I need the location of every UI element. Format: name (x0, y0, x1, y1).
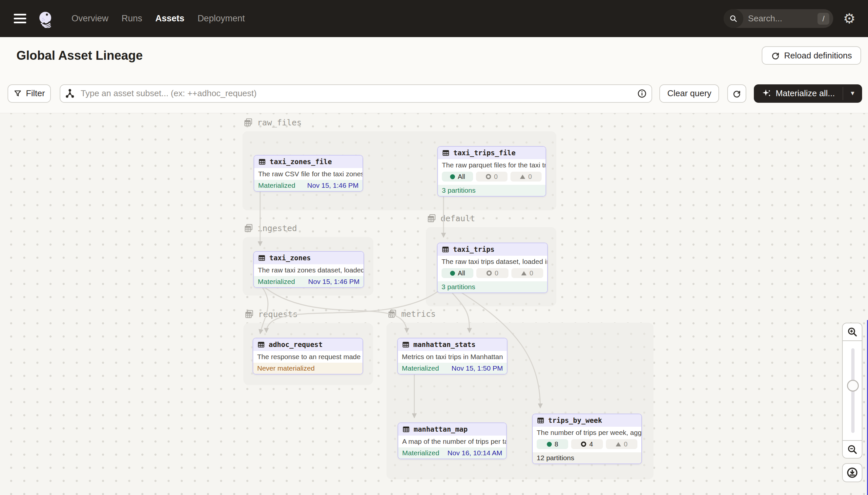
asset-node-trips_by_week[interactable]: trips_by_weekThe number of trips per wee… (532, 414, 642, 464)
partition-badge: 0 (511, 268, 543, 278)
status-text: Materialized (402, 449, 439, 457)
download-image-button[interactable] (842, 463, 863, 482)
materialized-dot-icon (450, 271, 455, 276)
materialization-timestamp: Nov 16, 10:14 AM (447, 449, 502, 457)
nav-item-runs[interactable]: Runs (122, 14, 142, 24)
partition-badge: 4 (571, 439, 603, 449)
zoom-out-icon (847, 444, 858, 455)
asset-node-manhattan_stats[interactable]: manhattan_statsMetrics on taxi trips in … (397, 338, 508, 375)
node-description: The raw CSV file for the taxi zones dat.… (254, 168, 362, 180)
materialized-dot-icon (547, 442, 552, 447)
asset-node-taxi_trips[interactable]: taxi_tripsThe raw taxi trips dataset, lo… (437, 243, 548, 293)
zoom-out-button[interactable] (842, 440, 863, 459)
missing-triangle-icon (520, 175, 525, 179)
status-text: Materialized (258, 278, 295, 286)
nav-links: Overview Runs Assets Deployment (72, 14, 245, 24)
node-title: taxi_trips_file (453, 149, 516, 157)
node-description: The raw taxi zones dataset, loaded int..… (254, 264, 364, 276)
failed-ring-icon (486, 174, 491, 179)
materialization-timestamp: Nov 15, 1:50 PM (452, 364, 503, 372)
node-description: Metrics on taxi trips in Manhattan (398, 351, 507, 363)
node-header: manhattan_stats (398, 338, 507, 351)
partition-badge: All (442, 172, 473, 182)
node-title: taxi_zones_file (270, 158, 332, 166)
materialization-timestamp: Nov 15, 1:46 PM (307, 182, 358, 189)
asset-node-manhattan_map[interactable]: manhattan_mapA map of the number of trip… (397, 423, 507, 459)
zoom-in-button[interactable] (842, 323, 863, 341)
refresh-icon (771, 51, 780, 60)
partition-badge: 0 (476, 172, 507, 182)
filter-button[interactable]: Filter (7, 84, 51, 103)
page-title: Global Asset Lineage (16, 49, 143, 63)
search-bar[interactable]: / (724, 9, 833, 28)
nodes-layer: taxi_zones_fileThe raw CSV file for the … (0, 113, 868, 495)
partition-badge: 8 (537, 439, 568, 449)
nav-item-assets[interactable]: Assets (156, 14, 185, 24)
node-header: trips_by_week (533, 414, 641, 427)
materialization-timestamp: Nov 15, 1:46 PM (308, 278, 359, 286)
zoom-slider[interactable] (842, 341, 863, 440)
nav-item-deployment[interactable]: Deployment (197, 14, 245, 24)
node-status-footer: MaterializedNov 15, 1:50 PM (398, 363, 507, 374)
zoom-in-icon (847, 326, 858, 338)
node-title: taxi_zones (269, 254, 311, 262)
failed-ring-icon (486, 271, 492, 276)
asset-graph-icon (65, 89, 75, 99)
reload-definitions-button[interactable]: Reload definitions (762, 46, 861, 65)
asset-subset-query-input[interactable] (60, 84, 652, 103)
table-icon (537, 416, 545, 424)
node-description: A map of the number of trips per taxi z.… (398, 436, 506, 447)
node-header: taxi_trips_file (438, 147, 546, 159)
node-description: The raw parquet files for the taxi trips… (438, 159, 546, 171)
node-title: trips_by_week (548, 416, 602, 424)
node-status-footer: 3 partitions (438, 281, 547, 292)
node-status-footer: MaterializedNov 15, 1:46 PM (254, 276, 364, 287)
materialize-dropdown-caret[interactable]: ▼ (843, 84, 862, 103)
menu-icon[interactable] (14, 12, 26, 25)
lineage-canvas[interactable]: raw_filesingesteddefaultrequestsmetrics … (0, 113, 868, 495)
table-icon (402, 425, 410, 433)
materialized-dot-icon (450, 174, 455, 179)
node-status-footer: 12 partitions (533, 452, 641, 463)
node-status-footer: Never materialized (253, 363, 362, 374)
table-icon (442, 245, 449, 253)
status-text: 12 partitions (537, 454, 574, 462)
asset-node-adhoc_request[interactable]: adhoc_requestThe response to an request … (253, 338, 363, 375)
asset-node-taxi_zones_file[interactable]: taxi_zones_fileThe raw CSV file for the … (253, 155, 363, 192)
missing-triangle-icon (616, 442, 621, 446)
filter-funnel-icon (14, 89, 22, 98)
status-text: 3 partitions (442, 283, 475, 291)
node-header: manhattan_map (398, 423, 506, 436)
node-status-footer: MaterializedNov 15, 1:46 PM (254, 180, 362, 191)
page-header: Global Asset Lineage Reload definitions (0, 37, 868, 74)
asset-node-taxi_zones[interactable]: taxi_zonesThe raw taxi zones dataset, lo… (253, 251, 364, 288)
top-nav: Overview Runs Assets Deployment / ⚙ (0, 0, 868, 37)
node-title: taxi_trips (453, 245, 494, 253)
nav-item-overview[interactable]: Overview (72, 14, 109, 24)
partition-badge: All (442, 268, 473, 278)
clear-query-button[interactable]: Clear query (659, 84, 719, 103)
partition-health-badges: All00 (438, 171, 546, 185)
node-title: manhattan_stats (413, 341, 476, 348)
node-description: The response to an request made in th... (253, 351, 362, 363)
materialize-all-button[interactable]: Materialize all... (754, 84, 843, 103)
node-description: The number of trips per week, aggreg... (533, 427, 641, 439)
status-text: Never materialized (257, 364, 315, 372)
node-header: taxi_zones (254, 252, 364, 264)
table-icon (257, 341, 265, 348)
partition-health-badges: All00 (438, 268, 547, 281)
partition-health-badges: 840 (533, 439, 641, 452)
query-info-icon[interactable] (637, 89, 647, 99)
refresh-graph-button[interactable] (727, 84, 746, 103)
search-input[interactable] (748, 14, 804, 24)
search-icon (724, 9, 743, 28)
zoom-slider-thumb[interactable] (847, 380, 859, 392)
settings-gear-icon[interactable]: ⚙ (843, 12, 855, 25)
refresh-icon (732, 89, 741, 98)
materialize-all-split-button: Materialize all... ▼ (754, 84, 862, 103)
asset-node-taxi_trips_file[interactable]: taxi_trips_fileThe raw parquet files for… (437, 146, 546, 197)
status-text: 3 partitions (442, 186, 476, 194)
missing-triangle-icon (521, 271, 527, 275)
status-text: Materialized (258, 182, 295, 189)
dagster-logo-icon[interactable] (36, 10, 54, 28)
